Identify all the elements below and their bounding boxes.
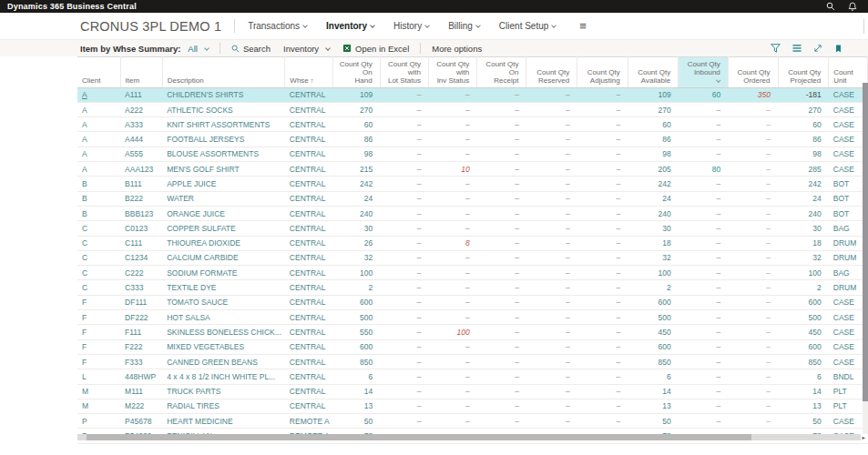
cell-inbound[interactable]: 60 <box>679 87 729 102</box>
cell-receipt[interactable]: – <box>477 295 526 309</box>
cell-adjusting[interactable]: – <box>577 384 628 399</box>
cell-desc[interactable]: ATHLETIC SOCKS <box>162 102 285 116</box>
cell-whse[interactable]: CENTRAL <box>285 132 333 147</box>
cell-whse[interactable]: CENTRAL <box>285 399 333 413</box>
cell-lot[interactable]: – <box>380 384 428 399</box>
cell-lot[interactable]: – <box>380 132 428 147</box>
cell-whse[interactable]: CENTRAL <box>285 236 333 250</box>
horizontal-scrollbar-thumb[interactable] <box>87 434 751 440</box>
cell-whse[interactable]: CENTRAL <box>285 102 333 116</box>
cell-client[interactable]: F <box>77 354 120 369</box>
cell-receipt[interactable]: – <box>477 102 526 116</box>
cell-ordered[interactable]: – <box>728 117 778 132</box>
cell-client[interactable]: A <box>77 87 120 102</box>
cell-available[interactable]: 600 <box>628 339 678 354</box>
nav-item-history[interactable]: History <box>393 21 429 31</box>
cell-available[interactable]: 270 <box>628 102 678 116</box>
cell-reserved[interactable]: – <box>526 221 577 236</box>
cell-lot[interactable]: – <box>380 414 428 429</box>
cell-inv[interactable]: – <box>428 132 476 147</box>
cell-item[interactable]: AAA123 <box>120 162 162 177</box>
cell-available[interactable]: 109 <box>628 87 678 102</box>
cell-whse[interactable]: CENTRAL <box>285 250 333 265</box>
cell-client[interactable]: M <box>77 384 120 399</box>
cell-inv[interactable]: – <box>428 399 476 413</box>
cell-adjusting[interactable]: – <box>577 132 628 147</box>
cell-desc[interactable]: ORANGE JUICE <box>162 206 285 220</box>
cell-lot[interactable]: – <box>380 177 428 191</box>
cell-on_hand[interactable]: 26 <box>333 236 380 250</box>
cell-whse[interactable]: REMOTE A <box>285 414 333 429</box>
cell-on_hand[interactable]: 32 <box>333 250 380 265</box>
cell-desc[interactable]: BLOUSE ASSORTMENTS <box>162 147 285 161</box>
cell-whse[interactable]: CENTRAL <box>285 191 333 206</box>
cell-inv[interactable]: 8 <box>428 236 476 250</box>
cell-desc[interactable]: THIOUREA DIOXIDE <box>162 236 285 250</box>
cell-projected[interactable]: 14 <box>778 384 829 399</box>
cell-whse[interactable]: CENTRAL <box>285 384 333 399</box>
cell-client[interactable]: F <box>77 310 120 325</box>
cell-lot[interactable]: – <box>380 250 428 265</box>
cell-item[interactable]: DF111 <box>120 295 162 309</box>
cell-reserved[interactable]: – <box>526 191 577 206</box>
cell-ordered[interactable]: – <box>728 250 778 265</box>
cell-desc[interactable]: MEN'S GOLF SHIRT <box>162 162 285 177</box>
cell-receipt[interactable]: – <box>477 117 526 132</box>
cell-lot[interactable]: – <box>380 221 428 236</box>
cell-lot[interactable]: – <box>380 310 428 325</box>
cell-on_hand[interactable]: 109 <box>333 87 380 102</box>
table-row[interactable]: CC333TEXTILE DYECENTRAL2–––––2––2DRUM <box>77 280 868 295</box>
cell-inbound[interactable]: – <box>679 354 729 369</box>
cell-desc[interactable]: SKINLESS BONELESS CHICK... <box>162 325 285 339</box>
cell-item[interactable]: A444 <box>120 132 162 147</box>
table-row[interactable]: BB222WATERCENTRAL24–––––24––24BOT <box>77 191 868 206</box>
cell-item[interactable]: M111 <box>120 384 162 399</box>
cell-adjusting[interactable]: – <box>577 369 628 384</box>
cell-available[interactable]: 32 <box>628 250 678 265</box>
cell-projected[interactable]: 500 <box>778 310 829 325</box>
cell-lot[interactable]: – <box>380 369 428 384</box>
cell-ordered[interactable]: – <box>728 191 778 206</box>
cell-client[interactable]: P <box>77 414 120 429</box>
bookmark-icon[interactable] <box>834 44 842 54</box>
cell-reserved[interactable]: – <box>526 162 577 177</box>
cell-inbound[interactable]: – <box>679 132 729 147</box>
column-header-inv[interactable]: Count Qty with Inv Status <box>428 57 476 88</box>
cell-reserved[interactable]: – <box>526 147 577 161</box>
cell-adjusting[interactable]: – <box>577 266 628 280</box>
cell-inv[interactable]: – <box>428 206 476 220</box>
cell-lot[interactable]: – <box>380 87 428 102</box>
cell-ordered[interactable]: – <box>728 280 778 295</box>
cell-inbound[interactable]: 80 <box>679 162 729 177</box>
cell-receipt[interactable]: – <box>477 177 526 191</box>
cell-adjusting[interactable]: – <box>577 87 628 102</box>
cell-on_hand[interactable]: 14 <box>333 384 380 399</box>
cell-inbound[interactable]: – <box>679 177 729 191</box>
cell-whse[interactable]: CENTRAL <box>285 295 333 309</box>
cell-whse[interactable]: CENTRAL <box>285 354 333 369</box>
column-header-inbound[interactable]: Count Qty Inbound <box>679 57 729 88</box>
cell-whse[interactable]: CENTRAL <box>285 221 333 236</box>
cell-adjusting[interactable]: – <box>577 325 628 339</box>
cell-projected[interactable]: 6 <box>778 369 829 384</box>
table-row[interactable]: FDF111TOMATO SAUCECENTRAL600–––––600––60… <box>77 295 868 309</box>
cell-inbound[interactable]: – <box>679 280 729 295</box>
cell-on_hand[interactable]: 242 <box>333 177 380 191</box>
cell-reserved[interactable]: – <box>526 117 577 132</box>
cell-item[interactable]: B111 <box>120 177 162 191</box>
cell-inbound[interactable]: – <box>679 310 729 325</box>
cell-lot[interactable]: – <box>380 295 428 309</box>
cell-on_hand[interactable]: 86 <box>333 132 380 147</box>
table-row[interactable]: CC0123COPPER SULFATECENTRAL30–––––30––30… <box>77 221 868 236</box>
cell-desc[interactable]: KNIT SHIRT ASSORTMENTS <box>162 117 285 132</box>
cell-adjusting[interactable]: – <box>577 250 628 265</box>
cell-available[interactable]: 205 <box>628 162 678 177</box>
cell-adjusting[interactable]: – <box>577 191 628 206</box>
cell-desc[interactable]: FOOTBALL JERSEYS <box>162 132 285 147</box>
cell-reserved[interactable]: – <box>526 280 577 295</box>
cell-ordered[interactable]: – <box>728 162 778 177</box>
cell-client[interactable]: F <box>77 339 120 354</box>
cell-available[interactable]: 242 <box>628 177 678 191</box>
cell-ordered[interactable]: – <box>728 177 778 191</box>
cell-item[interactable]: C0123 <box>120 221 162 236</box>
